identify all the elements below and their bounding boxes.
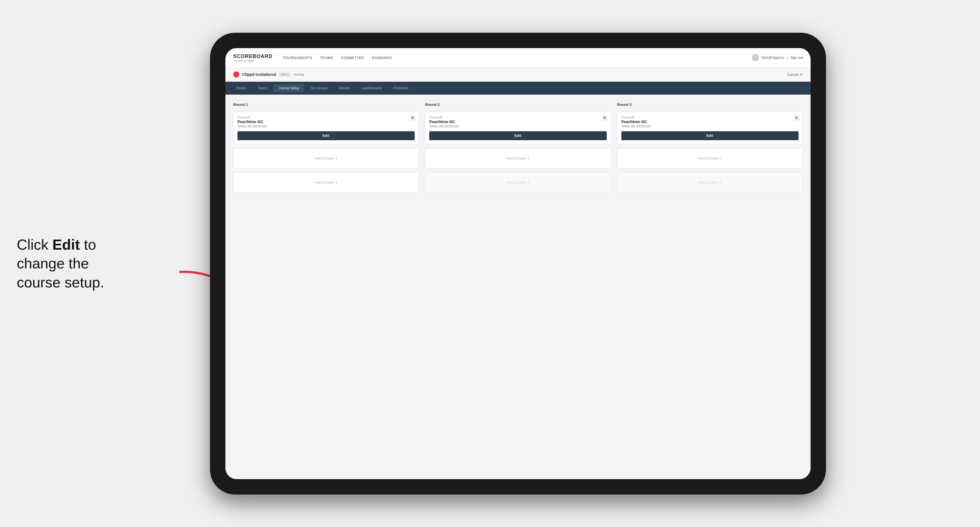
round-2-course-card: 🗑 (Course A) Peachtree GC Yellow (M) (66… bbox=[425, 112, 611, 144]
round-3-column: Round 3 🗑 (Course A) Peachtree GC Yellow… bbox=[617, 102, 803, 192]
round-2-add-course-1[interactable]: Add Course + bbox=[425, 148, 611, 168]
gender-badge: (Men) bbox=[278, 72, 291, 77]
round-1-course-name: Peachtree GC bbox=[237, 119, 415, 124]
bold-edit: Edit bbox=[52, 236, 80, 252]
round-2-course-label: (Course A) bbox=[429, 116, 606, 119]
round-3-course-details: Yellow (M) (6629 yds) bbox=[621, 125, 799, 128]
top-nav-right: blair@clippd.io | Sign out bbox=[752, 54, 803, 61]
round-1-delete-icon[interactable]: 🗑 bbox=[410, 115, 416, 121]
round-3-course-card: 🗑 (Course A) Peachtree GC Yellow (M) (66… bbox=[617, 112, 803, 144]
round-3-course-label: (Course A) bbox=[621, 116, 799, 119]
cancel-label: Cancel bbox=[788, 73, 799, 77]
logo-area: SCOREBOARD Powered by clippd bbox=[233, 54, 272, 62]
round-3-add-course-1[interactable]: Add Course + bbox=[617, 148, 803, 168]
round-3-edit-button[interactable]: Edit bbox=[621, 131, 799, 140]
round-1-title: Round 1 bbox=[233, 102, 419, 106]
nav-links: TOURNAMENTS TEAMS COMMITTEE RANKINGS bbox=[283, 56, 752, 60]
rounds-container: Round 1 🗑 (Course A) Peachtree GC Yellow… bbox=[233, 102, 803, 192]
round-2-add-course-2: Add Course + bbox=[425, 172, 611, 192]
tab-results[interactable]: Results bbox=[334, 84, 355, 92]
cancel-button[interactable]: Cancel ✕ bbox=[788, 73, 803, 77]
logo-sub: Powered by clippd bbox=[233, 59, 272, 62]
round-1-edit-button[interactable]: Edit bbox=[237, 131, 415, 140]
tablet-frame: SCOREBOARD Powered by clippd TOURNAMENTS… bbox=[210, 33, 826, 495]
round-2-edit-button[interactable]: Edit bbox=[429, 131, 606, 140]
nav-committee[interactable]: COMMITTEE bbox=[341, 56, 364, 60]
tab-course-setup[interactable]: Course Setup bbox=[274, 84, 304, 92]
round-3-delete-icon[interactable]: 🗑 bbox=[794, 115, 800, 121]
round-2-title: Round 2 bbox=[425, 102, 611, 106]
c-logo-letter: C bbox=[235, 72, 238, 77]
tab-teams[interactable]: Teams bbox=[253, 84, 272, 92]
round-2-course-name: Peachtree GC bbox=[429, 119, 606, 124]
sign-out-link[interactable]: Sign out bbox=[791, 56, 803, 60]
tournament-logo: C bbox=[233, 71, 239, 78]
round-1-course-card: 🗑 (Course A) Peachtree GC Yellow (M) (66… bbox=[233, 112, 419, 144]
round-2-delete-icon[interactable]: 🗑 bbox=[602, 115, 608, 121]
user-avatar bbox=[752, 54, 759, 61]
round-1-course-details: Yellow (M) (6629 yds) bbox=[237, 125, 415, 128]
round-3-title: Round 3 bbox=[617, 102, 803, 106]
hosting-badge: Hosting bbox=[294, 73, 304, 76]
round-2-column: Round 2 🗑 (Course A) Peachtree GC Yellow… bbox=[425, 102, 611, 192]
top-nav: SCOREBOARD Powered by clippd TOURNAMENTS… bbox=[225, 48, 811, 68]
cancel-icon: ✕ bbox=[800, 73, 803, 77]
round-2-course-details: Yellow (M) (6629 yds) bbox=[429, 125, 606, 128]
tab-leaderboards[interactable]: Leaderboards bbox=[356, 84, 387, 92]
sub-header: C Clippd Invitational (Men) Hosting Canc… bbox=[225, 68, 811, 82]
round-1-column: Round 1 🗑 (Course A) Peachtree GC Yellow… bbox=[233, 102, 419, 192]
user-email: blair@clippd.io bbox=[762, 56, 784, 60]
tab-details[interactable]: Details bbox=[231, 84, 251, 92]
round-3-course-name: Peachtree GC bbox=[621, 119, 799, 124]
tab-bar: Details Teams Course Setup Tee Groups Re… bbox=[225, 82, 811, 95]
tablet-screen: SCOREBOARD Powered by clippd TOURNAMENTS… bbox=[225, 48, 811, 479]
logo-scoreboard: SCOREBOARD bbox=[233, 54, 272, 59]
nav-rankings[interactable]: RANKINGS bbox=[372, 56, 392, 60]
round-1-add-course-1[interactable]: Add Course + bbox=[233, 148, 419, 168]
round-1-course-label: (Course A) bbox=[237, 116, 415, 119]
round-3-add-course-2: Add Course + bbox=[617, 172, 803, 192]
round-1-add-course-2[interactable]: Add Course + bbox=[233, 172, 419, 192]
divider: | bbox=[787, 56, 788, 60]
nav-teams[interactable]: TEAMS bbox=[320, 56, 333, 60]
tournament-name: Clippd Invitational bbox=[242, 72, 276, 77]
instruction-text: Click Edit tochange thecourse setup. bbox=[17, 235, 179, 292]
tab-printables[interactable]: Printables bbox=[388, 84, 413, 92]
nav-tournaments[interactable]: TOURNAMENTS bbox=[283, 56, 312, 60]
tab-tee-groups[interactable]: Tee Groups bbox=[305, 84, 332, 92]
main-content: Round 1 🗑 (Course A) Peachtree GC Yellow… bbox=[225, 95, 811, 479]
